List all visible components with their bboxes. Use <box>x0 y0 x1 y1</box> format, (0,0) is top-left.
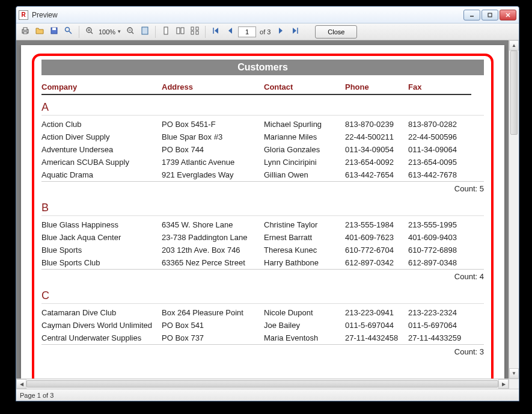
svg-rect-1 <box>488 13 492 17</box>
cell-fax: 613-442-7678 <box>408 170 471 179</box>
scrollbar-thumb[interactable] <box>510 51 518 135</box>
cell-fax: 213-654-0095 <box>408 158 471 167</box>
cell-contact: Ernest Barratt <box>264 233 345 242</box>
cell-fax: 011-5-697064 <box>408 321 471 330</box>
last-page-icon <box>290 26 300 37</box>
cell-address: 6345 W. Shore Lane <box>162 220 264 229</box>
next-page-button[interactable] <box>274 25 287 39</box>
svg-line-17 <box>132 32 133 34</box>
cell-company: Cayman Divers World Unlimited <box>41 321 162 330</box>
header-fax: Fax <box>408 81 471 95</box>
group-count: Count: 5 <box>41 181 484 196</box>
prev-page-button[interactable] <box>224 25 237 39</box>
table-row: Adventure UnderseaPO Box 744Gloria Gonza… <box>41 143 484 156</box>
cell-address: PO Box 5451-F <box>162 120 264 129</box>
svg-rect-19 <box>164 27 168 34</box>
cell-fax: 610-772-6898 <box>408 246 471 255</box>
cell-address: 23-738 Paddington Lane <box>162 233 264 242</box>
cell-phone: 612-897-0342 <box>345 258 408 267</box>
page-total-label: of 3 <box>257 28 273 36</box>
zoom-out-icon <box>126 26 135 37</box>
preview-window: R Preview 100%▼ of 3 Close Cu <box>16 6 519 401</box>
single-page-button[interactable] <box>159 25 173 39</box>
multi-page-button[interactable] <box>188 25 201 39</box>
group-count: Count: 3 <box>41 344 484 359</box>
toolbar: 100%▼ of 3 Close <box>16 23 519 40</box>
cell-company: Blue Jack Aqua Center <box>41 233 162 242</box>
vertical-scrollbar[interactable]: ▲ ▼ <box>509 40 519 378</box>
page-number-input[interactable] <box>238 26 256 37</box>
cell-address: PO Box 541 <box>162 321 264 330</box>
table-row: Aquatic Drama921 Everglades WayGillian O… <box>41 168 484 181</box>
print-button[interactable] <box>19 25 32 39</box>
table-row: Blue Sports203 12th Ave. Box 746Theresa … <box>41 244 484 256</box>
svg-rect-24 <box>191 31 194 34</box>
report-title: Customers <box>41 60 484 75</box>
horizontal-scrollbar[interactable]: ◀ ▶ <box>16 378 509 389</box>
cell-fax: 813-870-0282 <box>408 120 471 129</box>
zoom-in-button[interactable] <box>83 25 96 39</box>
separator <box>79 26 79 38</box>
last-page-button[interactable] <box>289 25 302 39</box>
cell-phone: 22-44-500211 <box>345 132 408 141</box>
cell-fax: 401-609-9403 <box>408 233 471 242</box>
cell-fax: 612-897-0348 <box>408 258 471 267</box>
fullpage-icon <box>140 26 150 37</box>
maximize-button[interactable] <box>482 10 498 20</box>
zoom-dropdown[interactable]: 100%▼ <box>97 28 123 36</box>
svg-rect-18 <box>142 27 148 34</box>
cell-phone: 213-555-1984 <box>345 220 408 229</box>
group-letter: B <box>41 202 484 216</box>
scroll-down-button[interactable]: ▼ <box>509 368 519 378</box>
cell-address: 921 Everglades Way <box>162 170 264 179</box>
cell-company: Adventure Undersea <box>41 145 162 154</box>
zoom-in-icon <box>85 26 94 37</box>
window-title: Preview <box>32 11 463 19</box>
cell-contact: Christine Taylor <box>264 220 345 229</box>
single-page-icon <box>161 26 171 37</box>
minimize-button[interactable] <box>463 10 480 20</box>
table-row: Blue Jack Aqua Center23-738 Paddington L… <box>41 231 484 244</box>
column-headers: Company Address Contact Phone Fax <box>41 81 484 95</box>
header-contact: Contact <box>264 81 345 95</box>
svg-rect-23 <box>196 27 198 30</box>
cell-contact: Nicole Dupont <box>264 308 345 317</box>
cell-contact: Maria Eventosh <box>264 333 345 342</box>
cell-company: Action Club <box>41 120 162 129</box>
close-preview-button[interactable]: Close <box>315 25 357 39</box>
scroll-right-button[interactable]: ▶ <box>498 379 509 389</box>
first-page-icon <box>211 26 221 37</box>
table-row: Blue Glass Happiness6345 W. Shore LaneCh… <box>41 218 484 231</box>
two-page-button[interactable] <box>174 25 187 39</box>
page-status: Page 1 of 3 <box>20 392 54 399</box>
cell-fax: 011-34-09064 <box>408 145 471 154</box>
header-address: Address <box>162 81 264 95</box>
cell-contact: Michael Spurling <box>264 120 345 129</box>
preview-pane: Customers Company Address Contact Phone … <box>16 40 519 389</box>
cell-phone: 213-654-0092 <box>345 158 408 167</box>
cell-phone: 613-442-7654 <box>345 170 408 179</box>
close-window-button[interactable] <box>500 10 516 20</box>
separator <box>155 26 156 38</box>
svg-point-9 <box>66 28 70 32</box>
scrollbar-thumb[interactable] <box>26 380 498 388</box>
cell-address: PO Box 744 <box>162 145 264 154</box>
table-row: Action Diver SupplyBlue Spar Box #3Maria… <box>41 131 484 143</box>
svg-rect-21 <box>181 28 184 34</box>
svg-line-10 <box>69 31 72 34</box>
zoom-out-button[interactable] <box>124 25 137 39</box>
save-button[interactable] <box>47 25 61 39</box>
scroll-up-button[interactable]: ▲ <box>509 40 519 51</box>
print-icon <box>20 26 30 37</box>
find-button[interactable] <box>62 25 75 39</box>
statusbar: Page 1 of 3 <box>16 389 519 401</box>
titlebar: R Preview <box>16 7 519 23</box>
chevron-down-icon: ▼ <box>117 29 121 34</box>
scroll-left-button[interactable]: ◀ <box>16 379 26 389</box>
first-page-button[interactable] <box>209 25 222 39</box>
fullpage-button[interactable] <box>138 25 151 39</box>
open-button[interactable] <box>33 25 46 39</box>
cell-contact: Harry Bathbone <box>264 258 345 267</box>
header-phone: Phone <box>345 81 408 95</box>
group-letter: A <box>41 101 484 116</box>
